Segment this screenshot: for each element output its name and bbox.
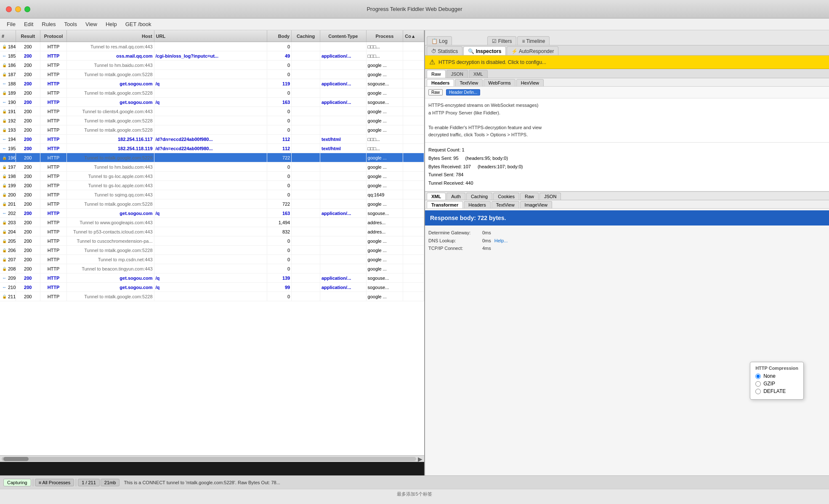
menu-edit[interactable]: Edit: [21, 20, 37, 28]
raw-tag-raw[interactable]: Raw: [428, 89, 443, 95]
col-header-process[interactable]: Process: [367, 30, 404, 42]
table-row[interactable]: 197 200 HTTP Tunnel to hm.baidu.com:443 …: [0, 162, 424, 172]
cell-num: 211: [0, 292, 16, 301]
col-header-body[interactable]: Body: [267, 30, 292, 42]
table-row[interactable]: 200 200 HTTP Tunnel to sqimg.qq.com:443 …: [0, 190, 424, 199]
cell-num: 208: [0, 264, 16, 273]
menu-get-book[interactable]: GET /book: [122, 20, 155, 28]
cell-process: google ...: [367, 70, 404, 79]
table-row[interactable]: 194 200 HTTP 182.254.116.117 /d?dn=eccd2…: [0, 135, 424, 144]
status-divider-2: [76, 479, 76, 486]
scrollbar-thumb[interactable]: [3, 457, 29, 461]
status-capturing[interactable]: Capturing: [3, 479, 31, 486]
table-row[interactable]: 202 200 HTTP get.sogou.com /q 163 applic…: [0, 209, 424, 218]
cell-protocol: HTTP: [40, 79, 67, 88]
table-row[interactable]: 188 200 HTTP get.sogou.com /q 119 applic…: [0, 79, 424, 88]
cell-contenttype: [320, 236, 367, 245]
itab-json[interactable]: JSON: [446, 70, 468, 78]
itab-raw[interactable]: Raw: [427, 70, 446, 78]
compression-gzip[interactable]: GZIP: [755, 381, 798, 387]
htab-headers[interactable]: Headers: [427, 79, 454, 86]
status-processes[interactable]: ≡ All Processes: [35, 479, 74, 486]
table-row[interactable]: 204 200 HTTP Tunnel to p53-contacts.iclo…: [0, 227, 424, 236]
table-row[interactable]: 189 200 HTTP Tunnel to mtalk.google.com:…: [0, 88, 424, 98]
cell-result: 200: [16, 125, 40, 134]
table-row[interactable]: 207 200 HTTP Tunnel to mp.csdn.net:443 0…: [0, 255, 424, 264]
col-header-co[interactable]: Co▲: [403, 30, 424, 42]
compression-gzip-radio[interactable]: [755, 381, 761, 387]
tab-log[interactable]: 📋 Log: [427, 36, 452, 45]
table-row[interactable]: 191 200 HTTP Tunnel to clients4.google.c…: [0, 107, 424, 116]
tab-filters[interactable]: ☑ Filters: [487, 36, 516, 45]
menu-view[interactable]: View: [82, 20, 101, 28]
table-row[interactable]: 206 200 HTTP Tunnel to mtalk.google.com:…: [0, 246, 424, 255]
itab-xml[interactable]: XML: [469, 70, 488, 78]
close-button[interactable]: [6, 6, 12, 12]
menu-tools[interactable]: Tools: [61, 20, 80, 28]
cell-result: 200: [16, 70, 40, 79]
table-row[interactable]: 201 200 HTTP Tunnel to mtalk.google.com:…: [0, 199, 424, 209]
maximize-button[interactable]: [24, 6, 30, 12]
menu-file[interactable]: File: [3, 20, 19, 28]
table-row[interactable]: 205 200 HTTP Tunnel to cuscochromextensi…: [0, 236, 424, 246]
col-header-host[interactable]: Host: [67, 30, 154, 42]
minimize-button[interactable]: [15, 6, 21, 12]
btab-cookies[interactable]: Cookies: [493, 193, 519, 200]
htab-webforms[interactable]: WebForms: [484, 79, 515, 86]
transformer-tab-transformer[interactable]: Transformer: [427, 201, 463, 208]
col-header-protocol[interactable]: Protocol: [40, 30, 67, 42]
table-row[interactable]: 210 200 HTTP get.sogou.com /q 99 applica…: [0, 283, 424, 292]
table-row[interactable]: 198 200 HTTP Tunnel to gs-loc.apple.com:…: [0, 172, 424, 181]
cell-body: 0: [267, 292, 292, 301]
table-row[interactable]: 185 200 HTTP oss.mail.qq.com /cgi-bin/os…: [0, 51, 424, 61]
table-row[interactable]: 211 200 HTTP Tunnel to mtalk.google.com:…: [0, 292, 424, 301]
table-row[interactable]: 190 200 HTTP get.sogou.com /q 163 applic…: [0, 98, 424, 107]
col-header-contenttype[interactable]: Content-Type: [320, 30, 367, 42]
tab-statistics[interactable]: ⏱ Statistics: [427, 46, 462, 55]
table-row[interactable]: 208 200 HTTP Tunnel to beacon.tingyun.co…: [0, 264, 424, 273]
cell-num: 190: [0, 98, 16, 106]
horizontal-scrollbar[interactable]: ▶: [0, 455, 424, 462]
tab-timeline[interactable]: ≡ Timeline: [517, 36, 550, 45]
menu-rules[interactable]: Rules: [38, 20, 59, 28]
btab-raw[interactable]: Raw: [520, 193, 539, 200]
stat-bytes-received: Bytes Received: 107: [428, 163, 471, 171]
btab-auth[interactable]: Auth: [446, 193, 465, 200]
col-header-result[interactable]: Result: [16, 30, 40, 42]
compression-deflate-radio[interactable]: [755, 389, 761, 394]
table-row[interactable]: 209 200 HTTP get.sogou.com /q 139 applic…: [0, 273, 424, 283]
cell-caching: [292, 116, 320, 125]
tab-autoresponder[interactable]: ⚡ AutoResponder: [507, 46, 558, 55]
scroll-right-arrow[interactable]: ▶: [418, 456, 422, 462]
dns-help-link[interactable]: Help...: [494, 237, 508, 245]
htab-textview[interactable]: TextView: [455, 79, 483, 86]
transformer-tab-textview[interactable]: TextView: [492, 201, 519, 208]
table-row[interactable]: 195 200 HTTP 182.254.118.119 /d?dn=eccd2…: [0, 144, 424, 153]
table-row[interactable]: 186 200 HTTP Tunnel to hm.baidu.com:443 …: [0, 61, 424, 70]
col-header-url[interactable]: URL: [154, 30, 268, 42]
transformer-tab-imageview[interactable]: ImageView: [520, 201, 552, 208]
compression-deflate[interactable]: DEFLATE: [755, 388, 798, 394]
col-header-caching[interactable]: Caching: [292, 30, 320, 42]
table-row[interactable]: 196 200 HTTP Tunnel to mtalk.google.com:…: [0, 153, 424, 162]
menu-help[interactable]: Help: [102, 20, 120, 28]
btab-caching[interactable]: Caching: [466, 193, 492, 200]
btab-json[interactable]: JSON: [539, 193, 561, 200]
tab-inspectors[interactable]: 🔍 Inspectors: [463, 46, 506, 55]
table-row[interactable]: 203 200 HTTP Tunnel to www.googleapis.co…: [0, 218, 424, 227]
table-row[interactable]: 193 200 HTTP Tunnel to mtalk.google.com:…: [0, 125, 424, 135]
transformer-tab-headers[interactable]: Headers: [464, 201, 491, 208]
table-row[interactable]: 187 200 HTTP Tunnel to mtalk.google.com:…: [0, 70, 424, 79]
cell-host: Tunnel to gs-loc.apple.com:443: [67, 181, 154, 190]
compression-none[interactable]: None: [755, 373, 798, 379]
table-row[interactable]: 184 200 HTTP Tunnel to res.mail.qq.com:4…: [0, 42, 424, 51]
cell-url: [154, 236, 268, 245]
cell-num: 206: [0, 246, 16, 255]
btab-xml[interactable]: XML: [427, 193, 446, 200]
raw-tag-headerdefin[interactable]: Header Defin...: [446, 89, 480, 95]
warning-banner[interactable]: ⚠ HTTPS decryption is disabled. Click to…: [425, 56, 829, 69]
table-row[interactable]: 192 200 HTTP Tunnel to mtalk.google.com:…: [0, 116, 424, 125]
table-row[interactable]: 199 200 HTTP Tunnel to gs-loc.apple.com:…: [0, 181, 424, 190]
htab-hexview[interactable]: HexView: [516, 79, 544, 86]
compression-none-radio[interactable]: [755, 374, 761, 379]
